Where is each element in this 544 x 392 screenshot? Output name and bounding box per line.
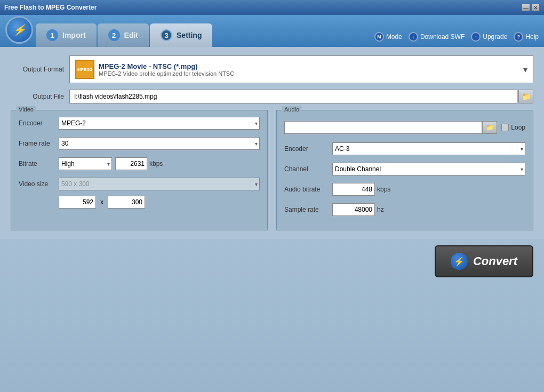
video-size-row: Video size 590 x 300 720 x 480 1280 x 72…	[19, 178, 260, 190]
loop-wrap: Loop	[501, 124, 525, 131]
audio-samplerate-row: Sample rate hz	[284, 203, 525, 216]
video-encoder-select[interactable]: MPEG-2 MPEG-4 H.264	[59, 117, 260, 130]
video-bitrate-preset-select[interactable]: Low Medium High Custom	[59, 157, 112, 170]
mode-label: Mode	[386, 33, 402, 41]
video-width-input[interactable]	[59, 196, 96, 209]
video-framerate-label: Frame rate	[19, 140, 59, 147]
format-subtitle: MPEG-2 Video profile optimized for telev…	[99, 70, 519, 77]
video-size-preset-select[interactable]: 590 x 300 720 x 480 1280 x 720	[59, 178, 260, 190]
audio-file-row: 📁 Loop	[284, 121, 525, 134]
video-panel-title: Video	[17, 106, 36, 113]
audio-channel-select-wrapper: Mono Double Channel Stereo ▾	[332, 163, 525, 175]
convert-area: ⚡ Convert	[0, 239, 544, 283]
convert-button[interactable]: ⚡ Convert	[435, 245, 533, 277]
help-label: Help	[525, 33, 539, 41]
output-file-label: Output File	[11, 93, 64, 100]
tab-setting[interactable]: 3 Setting	[150, 23, 212, 47]
audio-panel: Audio 📁 Loop Encoder AC-3	[276, 110, 533, 230]
title-bar: Free Flash to MPEG Converter — ✕	[0, 0, 544, 15]
content-area: Output Format MPEG2 MPEG-2 Movie - NTSC …	[0, 47, 544, 239]
video-bitrate-row: Bitrate Low Medium High Custom ▾ kbps	[19, 157, 260, 170]
format-info: MPEG-2 Movie - NTSC (*.mpg) MPEG-2 Video…	[99, 62, 519, 77]
format-icon: MPEG2	[75, 60, 94, 79]
video-framerate-row: Frame rate 24 25 29.97 30 60 ▾	[19, 137, 260, 150]
tab-label-setting: Setting	[177, 31, 202, 39]
video-size-label: Video size	[19, 180, 59, 188]
output-format-label: Output Format	[11, 66, 64, 73]
tab-bar: ⚡ 1 Import 2 Edit 3 Setting M Mode ↓ Dow…	[0, 15, 544, 47]
video-encoder-label: Encoder	[19, 119, 59, 127]
video-bitrate-preset-wrapper: Low Medium High Custom ▾	[59, 157, 112, 170]
output-file-browse-button[interactable]: 📁	[518, 90, 533, 103]
video-size-x: x	[100, 198, 103, 206]
format-title: MPEG-2 Movie - NTSC (*.mpg)	[99, 62, 519, 70]
mode-icon: M	[374, 32, 384, 42]
audio-encoder-select[interactable]: AC-3 MP3 AAC	[332, 142, 525, 155]
loop-checkbox[interactable]	[501, 124, 509, 131]
video-framerate-select[interactable]: 24 25 29.97 30 60	[59, 137, 260, 150]
audio-channel-select[interactable]: Mono Double Channel Stereo	[332, 163, 525, 175]
download-swf-button[interactable]: ↓ Download SWF	[409, 32, 465, 42]
video-framerate-select-wrapper: 24 25 29.97 30 60 ▾	[59, 137, 260, 150]
video-bitrate-unit: kbps	[149, 160, 163, 167]
help-button[interactable]: ? Help	[514, 32, 539, 42]
tab-import[interactable]: 1 Import	[36, 23, 97, 47]
audio-panel-title: Audio	[282, 106, 301, 113]
video-bitrate-input[interactable]	[115, 157, 147, 170]
minimize-button[interactable]: —	[522, 4, 530, 11]
audio-file-input[interactable]	[284, 121, 482, 134]
audio-bitrate-label: Audio bitrate	[284, 186, 332, 193]
output-file-row: Output File 📁	[11, 90, 533, 103]
download-icon: ↓	[409, 32, 418, 42]
upgrade-icon: ↑	[471, 32, 481, 42]
flash-icon: ⚡	[13, 23, 26, 36]
download-label: Download SWF	[420, 33, 465, 41]
audio-bitrate-row: Audio bitrate kbps	[284, 183, 525, 196]
video-encoder-row: Encoder MPEG-2 MPEG-4 H.264 ▾	[19, 117, 260, 130]
convert-icon: ⚡	[451, 253, 468, 270]
window-title: Free Flash to MPEG Converter	[4, 4, 97, 11]
help-icon: ?	[514, 32, 523, 42]
video-height-input[interactable]	[108, 196, 145, 209]
app-logo: ⚡	[5, 16, 33, 44]
mode-button[interactable]: M Mode	[374, 32, 402, 42]
video-panel: Video Encoder MPEG-2 MPEG-4 H.264 ▾	[11, 110, 268, 230]
audio-samplerate-label: Sample rate	[284, 206, 332, 213]
close-button[interactable]: ✕	[531, 4, 540, 11]
loop-label: Loop	[511, 124, 525, 131]
tab-num-import: 1	[46, 29, 58, 41]
convert-label: Convert	[473, 254, 517, 268]
tab-num-edit: 2	[108, 29, 120, 41]
audio-encoder-row: Encoder AC-3 MP3 AAC ▾	[284, 142, 525, 155]
settings-panels: Video Encoder MPEG-2 MPEG-4 H.264 ▾	[11, 110, 533, 230]
output-file-input[interactable]	[69, 90, 517, 103]
main-window: ⚡ 1 Import 2 Edit 3 Setting M Mode ↓ Dow…	[0, 15, 544, 392]
audio-samplerate-input[interactable]	[332, 203, 375, 216]
video-bitrate-label: Bitrate	[19, 160, 59, 167]
audio-bitrate-input[interactable]	[332, 183, 375, 196]
video-size-preset-wrapper: 590 x 300 720 x 480 1280 x 720 ▾	[59, 178, 260, 190]
toolbar-right: M Mode ↓ Download SWF ↑ Upgrade ? Help	[374, 32, 539, 42]
window-controls: — ✕	[522, 4, 540, 11]
tab-label-import: Import	[62, 31, 86, 39]
tab-edit[interactable]: 2 Edit	[98, 23, 149, 47]
video-encoder-select-wrapper: MPEG-2 MPEG-4 H.264 ▾	[59, 117, 260, 130]
audio-encoder-select-wrapper: AC-3 MP3 AAC ▾	[332, 142, 525, 155]
tab-num-setting: 3	[161, 29, 172, 41]
video-size-dims: x	[59, 196, 260, 209]
tab-label-edit: Edit	[124, 31, 138, 39]
audio-channel-label: Channel	[284, 165, 332, 173]
upgrade-label: Upgrade	[483, 33, 507, 41]
format-dropdown-arrow[interactable]: ▾	[523, 65, 527, 75]
output-format-row: Output Format MPEG2 MPEG-2 Movie - NTSC …	[11, 55, 533, 83]
audio-bitrate-unit: kbps	[377, 186, 390, 193]
audio-browse-button[interactable]: 📁	[482, 121, 497, 134]
audio-samplerate-unit: hz	[377, 206, 384, 213]
audio-channel-row: Channel Mono Double Channel Stereo ▾	[284, 163, 525, 175]
upgrade-button[interactable]: ↑ Upgrade	[471, 32, 507, 42]
audio-encoder-label: Encoder	[284, 145, 332, 153]
